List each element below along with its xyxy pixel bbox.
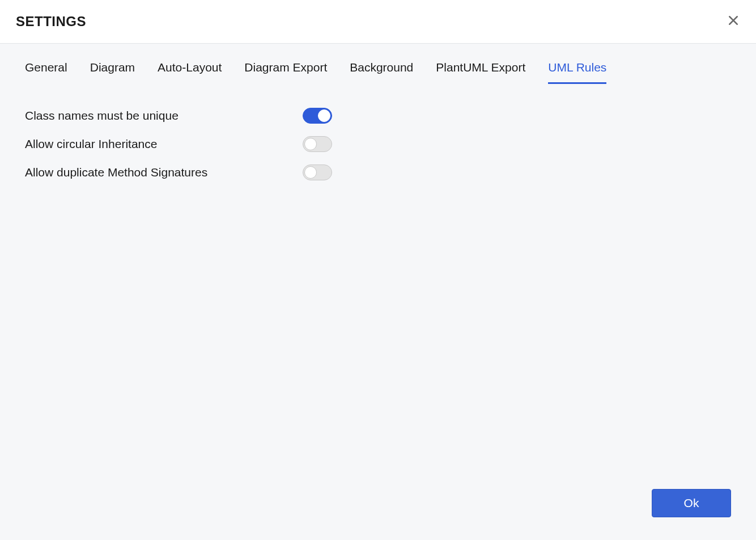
tabs-bar: General Diagram Auto-Layout Diagram Expo… — [25, 44, 731, 84]
tab-diagram-export[interactable]: Diagram Export — [244, 61, 327, 84]
setting-label: Class names must be unique — [25, 109, 303, 123]
tab-diagram[interactable]: Diagram — [90, 61, 135, 84]
tab-plantuml-export[interactable]: PlantUML Export — [436, 61, 525, 84]
toggle-knob — [304, 138, 317, 150]
dialog-footer: Ok — [652, 489, 731, 517]
toggle-unique-class-names[interactable] — [303, 108, 332, 124]
toggle-allow-circular-inheritance[interactable] — [303, 136, 332, 152]
tab-auto-layout[interactable]: Auto-Layout — [158, 61, 222, 84]
ok-button[interactable]: Ok — [652, 489, 731, 517]
settings-dialog: SETTINGS General Diagram Auto-Layout Dia… — [0, 0, 756, 540]
dialog-title: SETTINGS — [16, 14, 86, 29]
dialog-content: General Diagram Auto-Layout Diagram Expo… — [0, 44, 756, 540]
tab-uml-rules[interactable]: UML Rules — [548, 61, 606, 84]
tab-general[interactable]: General — [25, 61, 67, 84]
toggle-knob — [318, 109, 330, 122]
close-icon — [728, 15, 738, 28]
setting-allow-circular-inheritance: Allow circular Inheritance — [25, 136, 731, 152]
toggle-knob — [304, 166, 317, 179]
setting-label: Allow duplicate Method Signatures — [25, 166, 303, 179]
toggle-allow-duplicate-method-signatures[interactable] — [303, 164, 332, 180]
setting-allow-duplicate-method-signatures: Allow duplicate Method Signatures — [25, 164, 731, 180]
setting-label: Allow circular Inheritance — [25, 137, 303, 151]
close-button[interactable] — [727, 15, 740, 28]
settings-list: Class names must be unique Allow circula… — [25, 108, 731, 180]
dialog-header: SETTINGS — [0, 0, 756, 44]
setting-unique-class-names: Class names must be unique — [25, 108, 731, 124]
tab-background[interactable]: Background — [350, 61, 413, 84]
